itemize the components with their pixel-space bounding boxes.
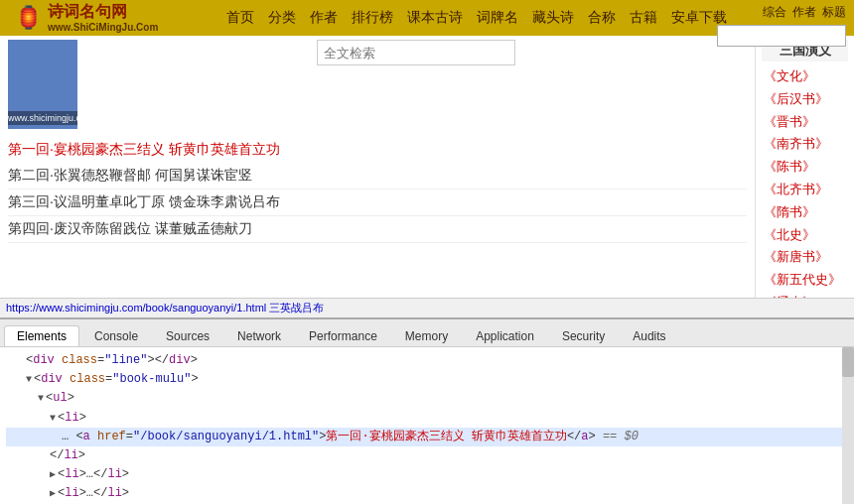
- tab-audits[interactable]: Audits: [620, 325, 678, 346]
- top-nav: 首页 分类 作者 排行榜 课本古诗 词牌名 藏头诗 合称 古籍 安卓下载: [226, 9, 727, 27]
- site-url: www.ShiCiMingJu.Com: [48, 22, 158, 34]
- chapter-list: 第一回·宴桃园豪杰三结义 斩黄巾英雄首立功 第二回·张翼德怒鞭督邮 何国舅谋诛宦…: [8, 133, 747, 243]
- right-search-area: 综合 作者 标题 三国演义: [717, 4, 846, 47]
- triangle-ul[interactable]: ▼: [38, 393, 44, 404]
- logo-area: 🏮 诗词名句网 www.ShiCiMingJu.Com: [8, 0, 226, 36]
- book-cover: www.shicimingju.com: [8, 40, 77, 129]
- chapter-text-2: 第二回·张翼德怒鞭督邮 何国舅谋诛宦竖: [8, 167, 252, 183]
- nav-acrostic[interactable]: 藏头诗: [532, 9, 574, 27]
- book-link-10[interactable]: 《辽史》: [762, 292, 848, 298]
- status-url: https://www.shicimingju.com/book/sanguoy…: [6, 301, 848, 315]
- chapter-link-1[interactable]: 第一回·宴桃园豪杰三结义 斩黄巾英雄首立功: [8, 141, 280, 157]
- chapter-text-3: 第三回·议温明董卓叱丁原 馈金珠李肃说吕布: [8, 193, 280, 209]
- triangle-collapse[interactable]: ▼: [26, 374, 32, 385]
- nav-combined[interactable]: 合称: [588, 9, 616, 27]
- code-line-1: <div class="line"></div>: [6, 351, 848, 370]
- devtools-panel: Elements Console Sources Network Perform…: [0, 317, 854, 504]
- main-content: www.shicimingju.com 第一回·宴桃园豪杰三结义 斩黄巾英雄首立…: [0, 36, 854, 298]
- chapter-item-3: 第三回·议温明董卓叱丁原 馈金珠李肃说吕布: [8, 189, 747, 216]
- left-content: www.shicimingju.com 第一回·宴桃园豪杰三结义 斩黄巾英雄首立…: [0, 36, 755, 298]
- book-link-9[interactable]: 《新五代史》: [762, 269, 848, 292]
- chapter-item-4: 第四回·废汉帝陈留践位 谋董贼孟德献刀: [8, 216, 747, 243]
- nav-home[interactable]: 首页: [226, 9, 254, 27]
- nav-textbook[interactable]: 课本古诗: [407, 9, 463, 27]
- tab-security[interactable]: Security: [549, 325, 618, 346]
- top-bar: 🏮 诗词名句网 www.ShiCiMingJu.Com 首页 分类 作者 排行榜…: [0, 0, 854, 36]
- book-link-1[interactable]: 《后汉书》: [762, 88, 848, 111]
- tab-title[interactable]: 标题: [822, 4, 846, 21]
- chapter-item-1: 第一回·宴桃园豪杰三结义 斩黄巾英雄首立功: [8, 137, 747, 163]
- devtools-tabs: Elements Console Sources Network Perform…: [0, 319, 854, 347]
- code-line-5-selected: … <a href="/book/sanguoyanyi/1.html">第一回…: [6, 428, 848, 446]
- nav-cipai[interactable]: 词牌名: [477, 9, 518, 27]
- book-link-2[interactable]: 《晋书》: [762, 111, 848, 134]
- logo-text: 诗词名句网 www.ShiCiMingJu.Com: [48, 2, 158, 33]
- code-line-3: ▼<ul>: [6, 389, 848, 408]
- nav-author[interactable]: 作者: [310, 9, 338, 27]
- tab-application[interactable]: Application: [463, 325, 547, 346]
- code-line-4: ▼<li>: [6, 409, 848, 428]
- book-link-7[interactable]: 《北史》: [762, 224, 848, 247]
- triangle-li3[interactable]: ▶: [50, 488, 56, 499]
- full-text-search-input[interactable]: [317, 40, 515, 65]
- code-line-6: </li>: [6, 446, 848, 465]
- tab-author[interactable]: 作者: [792, 4, 816, 21]
- triangle-li-main[interactable]: ▼: [50, 413, 56, 424]
- devtools-code-content: <div class="line"></div> ▼<div class="bo…: [0, 347, 854, 504]
- devtools-scrollbar[interactable]: [842, 347, 854, 504]
- book-link-0[interactable]: 《文化》: [762, 65, 848, 88]
- logo-icon: 🏮: [8, 0, 48, 36]
- site-name: 诗词名句网: [48, 2, 158, 21]
- book-link-8[interactable]: 《新唐书》: [762, 246, 848, 269]
- code-line-7: ▶<li>…</li>: [6, 465, 848, 484]
- tab-zonghe[interactable]: 综合: [763, 4, 786, 21]
- tab-sources[interactable]: Sources: [153, 325, 222, 346]
- tab-performance[interactable]: Performance: [296, 325, 390, 346]
- cover-site-text: www.shicimingju.com: [8, 111, 77, 125]
- right-sidebar: 三国演义 《文化》 《后汉书》 《晋书》 《南齐书》 《陈书》 《北齐书》 《隋…: [755, 36, 854, 298]
- tab-memory[interactable]: Memory: [392, 325, 461, 346]
- code-line-8: ▶<li>…</li>: [6, 484, 848, 503]
- search-bar: [85, 40, 747, 65]
- devtools-content-panel: <div class="line"></div> ▼<div class="bo…: [0, 347, 854, 504]
- book-link-5[interactable]: 《北齐书》: [762, 179, 848, 201]
- code-line-2: ▼<div class="book-mulu">: [6, 370, 848, 389]
- book-link-6[interactable]: 《隋书》: [762, 201, 848, 224]
- tab-elements[interactable]: Elements: [4, 325, 79, 346]
- status-bar: https://www.shicimingju.com/book/sanguoy…: [0, 298, 854, 317]
- nav-ranking[interactable]: 排行榜: [352, 9, 393, 27]
- book-link-3[interactable]: 《南齐书》: [762, 133, 848, 156]
- nav-category[interactable]: 分类: [268, 9, 296, 27]
- nav-classics[interactable]: 古籍: [630, 9, 657, 27]
- book-link-4[interactable]: 《陈书》: [762, 156, 848, 179]
- top-search-input[interactable]: 三国演义: [717, 25, 846, 47]
- tab-network[interactable]: Network: [224, 325, 294, 346]
- triangle-li2[interactable]: ▶: [50, 469, 56, 480]
- chapter-item-2: 第二回·张翼德怒鞭督邮 何国舅谋诛宦竖: [8, 163, 747, 189]
- tab-console[interactable]: Console: [81, 325, 151, 346]
- chapter-text-4: 第四回·废汉帝陈留践位 谋董贼孟德献刀: [8, 220, 252, 236]
- devtools-scrollbar-thumb[interactable]: [842, 347, 854, 377]
